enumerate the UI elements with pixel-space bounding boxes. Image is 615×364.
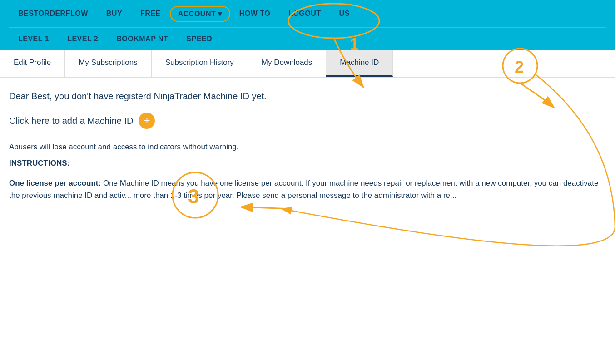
license-text: One license per account: One Machine ID …: [9, 177, 601, 202]
nav-level2[interactable]: LEVEL 2: [58, 35, 107, 43]
warning-text: Abusers will lose account and access to …: [9, 143, 601, 152]
nav-us[interactable]: US: [330, 10, 359, 18]
tab-edit-profile[interactable]: Edit Profile: [0, 50, 65, 77]
add-machine-id-button[interactable]: [139, 113, 155, 129]
nav-buy[interactable]: BUY: [97, 10, 131, 18]
no-machine-id-message: Dear Best, you don't have registerd Ninj…: [9, 91, 601, 102]
main-content: Dear Best, you don't have registerd Ninj…: [0, 78, 615, 215]
license-bold: One license per account:: [9, 179, 101, 187]
nav-brand[interactable]: BESTORDERFLOW: [9, 10, 97, 18]
nav-howto[interactable]: HOW TO: [230, 10, 279, 18]
add-machine-row: Click here to add a Machine ID: [9, 113, 601, 129]
nav-level1[interactable]: LEVEL 1: [9, 35, 58, 43]
nav-logout[interactable]: LOGOUT: [279, 10, 330, 18]
nav-free[interactable]: FREE: [131, 10, 170, 18]
add-machine-label: Click here to add a Machine ID: [9, 116, 133, 126]
tab-subscription-history[interactable]: Subscription History: [152, 50, 248, 77]
instructions-heading: INSTRUCTIONS:: [9, 159, 601, 168]
nav-speed[interactable]: SPEED: [177, 35, 221, 43]
nav-account[interactable]: ACCOUNT ▾: [170, 6, 230, 22]
tab-my-subscriptions[interactable]: My Subscriptions: [65, 50, 151, 77]
top-navigation: BESTORDERFLOW BUY FREE ACCOUNT ▾ HOW TO …: [0, 0, 615, 50]
tab-machine-id[interactable]: Machine ID: [326, 50, 393, 77]
tab-my-downloads[interactable]: My Downloads: [248, 50, 327, 77]
nav-bookmapnt[interactable]: BOOKMAP NT: [107, 35, 177, 43]
tabs-bar: Edit Profile My Subscriptions Subscripti…: [0, 50, 615, 78]
